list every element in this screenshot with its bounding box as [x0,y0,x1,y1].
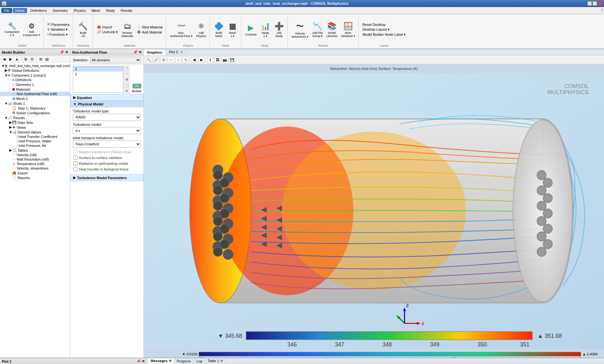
domain-copy-btn[interactable]: ⧉ [124,77,129,82]
nitf-close-icon[interactable]: ✕ [139,50,141,54]
equation-section-header[interactable]: ▶ Equation [70,94,143,101]
tree-item-export[interactable]: 📤 Export [0,171,70,175]
menu-geometry[interactable]: Geometry [50,8,70,13]
tree-item-component1[interactable]: ▼ ◆ Component 1 (comp1) [0,73,70,78]
tree-item-global-def[interactable]: ▶ ⚙ Global Definitions [0,68,70,73]
add-component-button[interactable]: ⚙ AddComponent ▾ [22,22,42,37]
variables-button[interactable]: V Variables ▾ [46,27,71,32]
zoom-out-btn[interactable]: 🔎 [153,57,159,63]
zoom-in-btn[interactable]: 🔍 [146,57,152,63]
tab-plot2[interactable]: Plot 2 ✕ [166,49,187,55]
save-image-btn[interactable]: 💾 [229,57,235,63]
tab-progress[interactable]: Progress [174,359,194,364]
tab-messages[interactable]: Messages ✕ [148,358,174,364]
checkbox-bio-input[interactable] [73,167,78,171]
tab-log[interactable]: Log [194,359,205,364]
menu-definitions[interactable]: Definitions [28,8,49,13]
tree-item-nitf[interactable]: 〰 Non-Isothermal Flow (nitf) [0,92,70,96]
tree-item-root[interactable]: ▼ 🗎 shell_and_tube_heat_exchanger.mph (r… [0,64,70,68]
graphics-view-btn[interactable]: 🖼 [214,57,221,63]
add-physics-button[interactable]: ⚛ AddPhysics [195,21,208,38]
plot1-close-icon[interactable]: ✕ [142,359,145,363]
domain-paste-btn[interactable]: ⬜ [124,83,129,88]
tree-item-temperature[interactable]: 🌡 Temperature (nitf) [0,162,70,166]
menu-study[interactable]: Study [103,8,118,13]
expand-all-button[interactable]: ⊞ [23,56,28,62]
desktop-layout-button[interactable]: Desktop Layout ▾ [361,27,407,32]
panel-pin-icon[interactable]: 📌 [60,50,64,54]
turbulence-type-select[interactable]: RANS [73,114,141,121]
functions-button[interactable]: f Functions ▾ [46,32,71,37]
build-all-button[interactable]: 🔨 BuildAll [77,21,89,38]
tree-item-results[interactable]: ▼ 📈 Results [0,115,70,120]
scene-info-btn[interactable]: ℹ [207,57,213,63]
model-libraries-button[interactable]: 📚 ModelLibraries [325,21,339,38]
tree-item-definitions[interactable]: ≡ Definitions [0,78,70,82]
toggle-view-button[interactable]: ▤ [44,56,50,62]
tree-item-htc[interactable]: ∫ Heat Transfer Coefficient [0,134,70,139]
prev-frame-btn[interactable]: ◀ [191,57,197,63]
tree-item-wall-res[interactable]: 〰 Wall Resolution (nitf) [0,157,70,162]
tab-graphics[interactable]: Graphics [144,49,166,55]
tree-item-vel-streamlines[interactable]: 〰 Velocity, streamlines [0,166,70,171]
import-button[interactable]: 📥 Import [96,25,119,29]
domain-select[interactable]: All domains [90,57,141,63]
velocity-streamlines-button[interactable]: 〜 Velocity,streamlines ▾ [290,20,310,39]
domain-move-btn[interactable]: ✛ [124,88,129,94]
tree-item-velocity-nitf[interactable]: 〰 Velocity (nitf) [0,153,70,157]
checkbox-surface-rad-input[interactable] [73,155,78,160]
menu-physics[interactable]: Physics [71,8,88,13]
compute-button[interactable]: ▶ Compute [244,23,258,37]
camera-btn[interactable]: 📷 [222,57,228,63]
tab-plot2-close[interactable]: ✕ [180,50,183,54]
study1-button[interactable]: 📊 Study1 ▾ [259,21,272,38]
menu-mesh[interactable]: Mesh [89,8,103,13]
domain-add-btn[interactable]: + [124,65,129,71]
tree-item-tables[interactable]: ▶ 📋 Tables [0,148,70,153]
menu-results[interactable]: Results [118,8,135,13]
domain-remove-btn[interactable]: − [124,71,129,76]
next-frame-btn[interactable]: ▶ [198,57,205,63]
tree-item-derived-values[interactable]: ▼ 📊 Derived Values [0,130,70,134]
tree-item-inlet-pressure-water[interactable]: ∫ Inlet Pressure, Water [0,139,70,143]
tab-table1[interactable]: Table 1 ✕ [205,358,226,364]
tree-item-geometry1[interactable]: △ Geometry 1 [0,82,70,87]
model-builder-node-label-button[interactable]: Model Builder Node Label ▾ [361,32,407,37]
add-study-button[interactable]: ➕ AddStudy [273,21,286,38]
domain-item-1[interactable]: 1 [73,66,123,72]
checkbox-rad-part-input[interactable] [73,161,78,165]
nitf-pin-icon[interactable]: 📌 [133,50,138,54]
zoom-xy-btn[interactable]: ⤡ [182,57,189,63]
turbulence-params-header[interactable]: ▶ Turbulence Model Parameters [70,174,143,181]
close-btn[interactable]: ✕ [598,1,602,6]
livelink-button[interactable]: 🔗 LiveLink ▾ [96,30,119,34]
checkbox-neglect-input[interactable] [73,150,78,154]
tree-item-study1[interactable]: ▼ 📊 Study 1 [0,101,70,106]
tree-item-mesh1[interactable]: ▦ Mesh 1 [0,96,70,101]
add-material-button[interactable]: ➕ Add Material [135,30,164,34]
physical-model-section-header[interactable]: ▼ Physical Model [70,101,143,107]
menu-home[interactable]: Home [13,8,27,13]
browse-materials-button[interactable]: 🗂 BrowseMaterials [120,21,134,38]
parameters-button[interactable]: Pi Parameters [46,22,71,27]
new-material-button[interactable]: ✨ New Material [135,25,164,29]
maximize-btn[interactable]: □ [593,1,597,6]
minimize-btn[interactable]: ─ [587,1,592,6]
tree-item-step1[interactable]: 📋 Step 1: Stationary [0,106,70,110]
component-button[interactable]: 🔧 Component1 ▾ [3,22,21,37]
domain-item-2[interactable]: 2 [73,72,123,77]
split-view-button[interactable]: ⊞ [38,56,43,62]
tree-item-materials[interactable]: ◼ Materials [0,87,70,92]
non-isothermal-flow-button[interactable]: 〰 Non-Isothermal Flow ▾ [169,21,194,38]
collapse-all-button[interactable]: ⊟ [29,56,35,62]
turbulence-model-select[interactable]: k-ε [73,127,141,134]
tree-item-reports[interactable]: 📄 Reports [0,175,70,180]
plot1-pin-icon[interactable]: 📌 [136,359,141,363]
tree-item-datasets[interactable]: ▶ 💾 Data Sets [0,120,70,125]
mesh1-button[interactable]: ▦ Mesh1 ▾ [226,21,239,38]
reset-desktop-button[interactable]: Reset Desktop [361,22,407,27]
file-menu[interactable]: File [1,8,12,13]
zoom-fit-btn[interactable]: ⊙ [160,57,167,63]
tree-item-inlet-pressure-air[interactable]: ∫ Inlet Pressure, Air [0,143,70,148]
more-windows-button[interactable]: 🪟 MoreWindows ▾ [340,21,356,38]
